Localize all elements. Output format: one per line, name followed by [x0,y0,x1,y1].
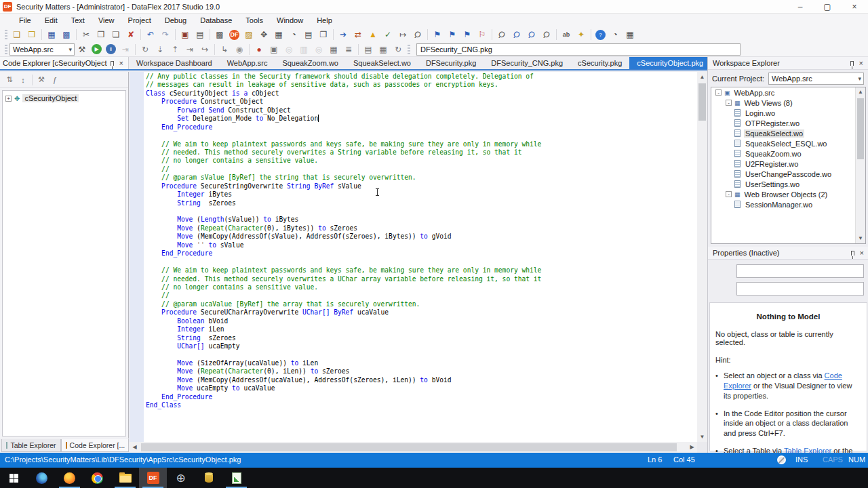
error-list-icon[interactable]: ▲ [366,28,380,41]
scroll-left-icon[interactable]: ◀ [130,442,140,453]
scroll-down-icon[interactable]: ▼ [697,432,707,442]
pin-icon[interactable] [851,251,854,256]
workspace-tree[interactable]: -▣WebApp.src-▦Web Views (8)Login.woOTPRe… [711,87,866,244]
scroll-right-icon[interactable]: ▶ [687,442,697,453]
watch-window-icon[interactable]: ◎ [282,43,296,56]
file-explorer-icon[interactable] [111,468,139,488]
step-over-icon[interactable]: ⇥ [119,43,132,56]
report-app-icon[interactable] [222,468,250,488]
maximize-button[interactable]: ▢ [814,0,841,13]
minimize-button[interactable]: – [787,0,814,13]
sync-editor-icon[interactable]: ↕ [17,74,29,86]
collapse-icon[interactable]: - [715,89,722,96]
close-icon[interactable]: × [857,59,865,67]
tab-squeakzoom-wo[interactable]: SqueakZoom.wo [275,57,346,69]
tree-row-squeakzoom-wo[interactable]: SqueakZoom.wo [711,148,865,159]
dataflex-taskbar-icon[interactable]: DF [139,468,167,488]
step-into-icon[interactable]: ⇣ [153,43,167,56]
tree-row-sessionmanager-wo[interactable]: SessionManager.wo [711,199,865,209]
editor-horizontal-scrollbar[interactable]: ◀ ▶ [130,442,697,453]
tree-row-otpregister-wo[interactable]: OTPRegister.wo [711,118,865,128]
close-icon[interactable]: × [117,59,125,67]
tree-row-squeakselect-esql-wo[interactable]: SqueakSelect_ESQL.wo [711,138,865,148]
code-preview-icon[interactable]: Ϙ [409,26,427,44]
grid-icon[interactable]: ▦ [623,28,637,41]
property-object-combo[interactable] [736,264,864,278]
tab-squeakselect-wo[interactable]: SqueakSelect.wo [346,57,418,69]
code-editor[interactable]: // Any public classes in the Security fr… [130,72,707,442]
tree-row-u2fregister-wo[interactable]: U2FRegister.wo [711,159,865,169]
find-in-files-icon[interactable]: Ϙ [538,26,556,44]
previous-bookmark-icon[interactable]: ⚑ [431,28,444,41]
workspace-icon[interactable]: ▨ [242,28,256,41]
stop-debug-icon[interactable]: ◉ [233,43,246,56]
undo-icon[interactable]: ↶ [144,28,157,41]
start-button[interactable] [0,468,28,488]
goto-definition-icon[interactable]: ➔ [336,28,350,41]
scrollbar-thumb[interactable] [698,83,706,121]
run-icon[interactable]: ▶ [92,44,102,54]
table-viewer-icon[interactable]: ▦ [272,28,285,41]
toggle-breakpoint-icon[interactable]: ● [252,43,266,56]
database-tools-icon[interactable] [195,468,222,488]
code-explorer-link[interactable]: Code Explorer [724,371,842,390]
tab-dfsecurity-cng-pkg[interactable]: DFSecurity_CNG.pkg [484,57,570,69]
clear-bookmarks-icon[interactable]: ⚐ [475,28,489,41]
delete-icon[interactable]: ✘ [124,28,138,41]
window-switch-icon[interactable]: ❐ [317,28,330,41]
database-builder-icon[interactable]: ▤ [302,28,315,41]
help-icon[interactable]: ? [595,30,606,40]
toggle-bookmark-icon[interactable]: ⚑ [460,28,474,41]
property-class-combo[interactable] [736,282,864,296]
remote-globe-icon[interactable]: ⊕ [167,468,195,488]
menu-window[interactable]: Window [270,14,310,26]
scrollbar-thumb[interactable] [857,98,864,159]
scroll-up-icon[interactable]: ▲ [856,87,865,97]
step-out-icon[interactable]: ⇡ [168,43,182,56]
firefox-developer-icon[interactable] [28,468,56,488]
chrome-icon[interactable] [83,468,111,488]
collapse-icon[interactable]: - [726,191,732,197]
breakpoints-window-icon[interactable]: ▣ [267,43,281,56]
syntax-check-icon[interactable]: ab [559,28,573,41]
show-methods-icon[interactable]: ⚒ [35,74,47,86]
tree-row-usersettings-wo[interactable]: UserSettings.wo [711,179,865,189]
new-file-icon[interactable]: ❑ [10,28,24,41]
unlock-icon[interactable]: ✦ [574,28,588,41]
expand-icon[interactable]: + [5,96,12,102]
set-next-statement-icon[interactable]: ↪ [198,43,212,56]
file-filter-input[interactable] [416,43,741,56]
redo-icon[interactable]: ↷ [159,28,172,41]
menu-debug[interactable]: Debug [158,14,193,26]
tree-row-webapp-src[interactable]: -▣WebApp.src [711,87,865,98]
close-button[interactable]: × [841,0,868,13]
cascade-windows-icon[interactable]: ▩ [213,28,226,41]
outline-icon[interactable]: ≣ [342,43,355,56]
tab-webapp-src[interactable]: WebApp.src [220,57,275,69]
scrollbar-thumb[interactable] [141,443,677,451]
refresh-tree-icon[interactable]: ⇅ [3,74,16,86]
scroll-up-icon[interactable]: ▲ [697,72,707,82]
code-explorer-tree[interactable]: + ✥ cSecurityObject [2,90,126,436]
code-explorer-panel-tab[interactable]: Code Explorer [cSecurityObject.pk... × [0,57,129,69]
bottom-tab-code-explorer-[interactable]: Code Explorer [... [61,439,129,452]
tab-workspace-dashboard[interactable]: Workspace Dashboard [129,57,220,69]
table-lookup-icon[interactable]: ▤ [361,43,375,56]
tab-csecurityobject-pkg[interactable]: cSecurityObject.pkg× [629,57,720,69]
run-to-cursor-icon[interactable]: ⇥ [183,43,197,56]
tree-row-web-browser-objects-2-[interactable]: -▦Web Browser Objects (2) [711,189,865,199]
tree-row-csecurityobject[interactable]: + ✥ cSecurityObject [4,93,124,104]
object-browser-icon[interactable]: ✥ [257,28,271,41]
tree-row-web-views-8-[interactable]: -▦Web Views (8) [711,98,865,108]
switch-source-icon[interactable]: ⇄ [351,28,365,41]
next-bookmark-icon[interactable]: ⚑ [446,28,459,41]
menu-text[interactable]: Text [64,14,92,26]
copy-icon[interactable]: ❐ [94,28,108,41]
cut-icon[interactable]: ✂ [79,28,93,41]
history-icon[interactable]: ◔ [608,28,622,41]
menu-view[interactable]: View [92,14,121,26]
menu-edit[interactable]: Edit [38,14,64,26]
scroll-down-icon[interactable]: ▼ [856,234,865,243]
save-icon[interactable]: ▦ [45,28,58,41]
menu-database[interactable]: Database [193,14,239,26]
